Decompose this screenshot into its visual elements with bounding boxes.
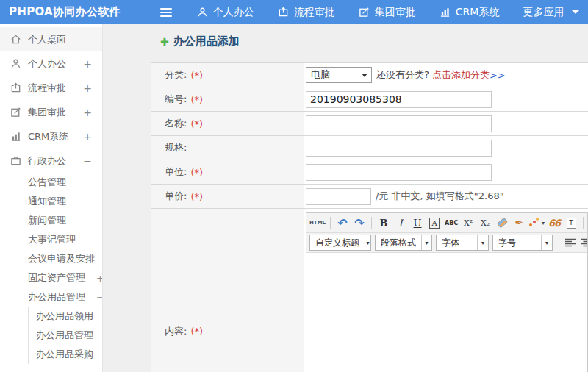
sidebar-item-label: CRM系统 <box>28 130 68 143</box>
sidebar-item-news-mgmt[interactable]: 新闻管理 <box>0 211 102 230</box>
field-label: 编号: (*) <box>151 87 304 111</box>
code-input[interactable] <box>306 91 492 108</box>
font-style-button[interactable]: A <box>427 215 442 230</box>
underline-button[interactable]: U <box>410 215 425 230</box>
sidebar-item-personal-desktop[interactable]: 个人桌面 <box>0 27 102 51</box>
expand-toggle[interactable]: − <box>83 155 92 167</box>
expand-toggle[interactable]: + <box>83 107 92 118</box>
label-text: 单价: <box>165 190 187 203</box>
price-input[interactable] <box>306 188 371 205</box>
toolbar-separator <box>330 217 331 229</box>
toolbar-separator <box>371 217 372 229</box>
expand-toggle[interactable]: − <box>96 292 103 303</box>
required-marker: (*) <box>190 70 203 81</box>
chart-icon <box>10 131 21 142</box>
sidebar-item-process-approval[interactable]: 流程审批 + <box>0 76 102 100</box>
format-brush-button[interactable]: ✒ <box>512 215 526 230</box>
app-logo[interactable]: PHPOA协同办公软件 <box>9 5 121 19</box>
add-supply-form: 分类: (*) 电脑 还没有分类? 点击添加分类 >> <box>151 62 588 372</box>
italic-button[interactable]: I <box>393 215 408 230</box>
undo-button[interactable]: ↶ <box>335 215 350 230</box>
menu-toggle-icon[interactable] <box>157 5 175 20</box>
expand-toggle[interactable]: + <box>83 131 92 143</box>
sidebar-item-label: 办公用品采购 <box>36 348 93 361</box>
sidebar-item-fixed-assets-mgmt[interactable]: 固定资产管理 + <box>0 268 102 287</box>
editor-content-area[interactable] <box>306 253 587 372</box>
page-title: ✚ 办公用品添加 <box>160 35 588 49</box>
align-center-button[interactable] <box>580 235 587 250</box>
subscript-button[interactable]: X₂ <box>478 215 492 230</box>
caret-down-icon: ▾ <box>477 235 488 250</box>
sidebar-item-office-supplies-mgmt[interactable]: 办公用品管理 − <box>0 287 102 307</box>
source-code-button[interactable]: HTML <box>309 215 326 230</box>
sidebar-item-office-supplies-claim[interactable]: 办公用品领用 <box>29 307 102 326</box>
name-input[interactable] <box>306 115 492 132</box>
field-value: 电脑 还没有分类? 点击添加分类 >> <box>304 63 588 87</box>
add-category-link[interactable]: 点击添加分类 <box>432 68 490 82</box>
paste-plain-button[interactable]: T <box>564 215 578 230</box>
sidebar-item-label: 公告管理 <box>28 176 66 189</box>
edit-icon <box>10 107 21 118</box>
sidebar-item-admin-office[interactable]: 行政办公 − <box>0 149 102 173</box>
spec-input[interactable] <box>306 140 492 157</box>
toolbar-separator <box>583 217 584 229</box>
superscript-button[interactable]: X² <box>461 215 476 230</box>
label-text: 分类: <box>165 68 187 82</box>
add-category-link-arrows[interactable]: >> <box>490 70 506 81</box>
remove-format-button[interactable] <box>495 215 509 230</box>
heading-select-label: 自定义标题 <box>310 237 365 249</box>
sidebar-item-notice-mgmt[interactable]: 通知管理 <box>0 192 102 211</box>
paragraph-format-select[interactable]: 段落格式 ▾ <box>375 235 432 251</box>
blockquote-button[interactable]: 66 <box>547 215 562 230</box>
brush-icon: ✒ <box>514 217 523 229</box>
required-marker: (*) <box>190 118 203 129</box>
expand-toggle[interactable]: + <box>83 82 92 94</box>
sidebar-item-personal-office[interactable]: 个人办公 + <box>0 51 102 76</box>
page-body: 个人桌面 个人办公 + 流程审批 + 集团审 <box>0 24 588 372</box>
unit-input[interactable] <box>306 164 492 181</box>
align-left-button[interactable] <box>564 235 578 250</box>
expand-toggle[interactable]: + <box>96 273 103 284</box>
nav-more-apps[interactable]: 更多应用 <box>523 6 579 19</box>
nav-label: 流程审批 <box>294 6 335 19</box>
sidebar-item-crm[interactable]: CRM系统 + <box>0 124 102 149</box>
expand-toggle[interactable]: + <box>83 58 92 70</box>
main-content: ✚ 办公用品添加 分类: (*) 电脑 还没有分类? <box>103 24 588 372</box>
colored-dots-icon <box>528 218 539 228</box>
strikethrough-button[interactable]: ABC <box>444 215 459 230</box>
bold-button[interactable]: B <box>376 215 391 230</box>
field-label: 名称: (*) <box>151 112 304 135</box>
font-size-select[interactable]: 字号 ▾ <box>492 235 553 251</box>
price-format-note: /元 非中文, 如填写格式"2.68" <box>376 190 504 203</box>
font-family-select-label: 字体 <box>437 237 477 249</box>
sidebar-item-announcement-mgmt[interactable]: 公告管理 <box>0 173 102 192</box>
sidebar-item-memorabilia-mgmt[interactable]: 大事记管理 <box>0 230 102 249</box>
nav-label: 集团审批 <box>375 6 416 19</box>
nav-process-approval[interactable]: 流程审批 <box>278 6 335 19</box>
eraser-icon <box>497 218 508 228</box>
field-value: HTML ↶ ↷ B I U A ABC X² <box>304 209 588 372</box>
sidebar-item-label: 办公用品管理 <box>36 329 93 342</box>
sidebar-item-office-supplies-manage[interactable]: 办公用品管理 <box>29 326 102 345</box>
editor-toolbar-row1: HTML ↶ ↷ B I U A ABC X² <box>306 213 587 233</box>
symbols-button[interactable]: ▾ <box>528 215 545 230</box>
label-text: 编号: <box>165 93 187 106</box>
sidebar-item-label: 行政办公 <box>28 154 66 168</box>
font-size-select-label: 字号 <box>493 237 541 249</box>
required-marker: (*) <box>190 191 203 202</box>
align-left-icon <box>565 238 576 247</box>
nav-group-approval[interactable]: 集团审批 <box>359 6 416 19</box>
label-text: 名称: <box>165 117 187 130</box>
redo-button[interactable]: ↷ <box>352 215 367 230</box>
heading-select[interactable]: 自定义标题 ▾ <box>309 235 371 251</box>
caret-down-icon <box>572 10 579 14</box>
sidebar-item-group-approval[interactable]: 集团审批 + <box>0 100 102 124</box>
nav-personal-office[interactable]: 个人办公 <box>197 6 254 19</box>
category-select[interactable]: 电脑 <box>306 67 372 83</box>
category-selected-value: 电脑 <box>311 68 330 82</box>
sidebar-item-meeting-mgmt[interactable]: 会议申请及安排 + <box>0 249 102 268</box>
sidebar-item-office-supplies-purchase[interactable]: 办公用品采购 <box>29 345 102 364</box>
font-family-select[interactable]: 字体 ▾ <box>436 235 489 251</box>
required-marker: (*) <box>190 167 203 178</box>
nav-crm[interactable]: CRM系统 <box>440 6 500 19</box>
